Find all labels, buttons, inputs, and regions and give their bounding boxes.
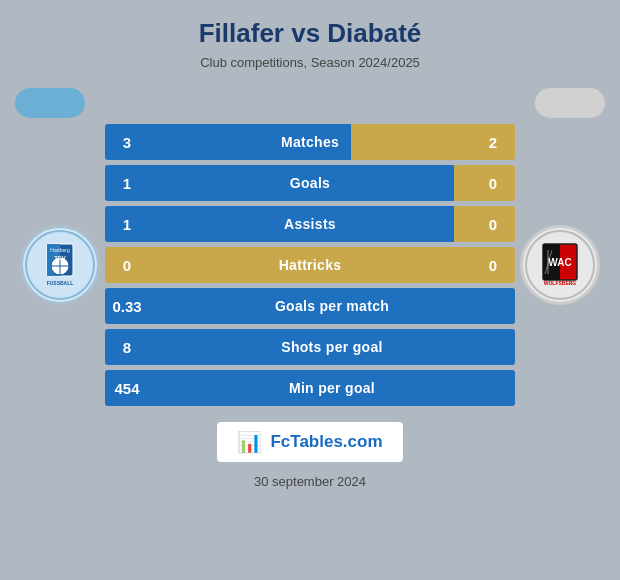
assists-left-val: 1 [105,216,149,233]
left-pill [15,88,85,118]
goals-left-val: 1 [105,175,149,192]
left-team-logo: TSV Hartberg FUSSBALL [15,225,105,305]
stat-row-min-per-goal: 454 Min per goal [105,370,515,406]
stats-container: 3 Matches 2 1 Goals 0 1 Assists 0 0 Hatt… [105,124,515,406]
svg-text:Hartberg: Hartberg [50,247,70,253]
shots-per-goal-label: Shots per goal [149,339,515,355]
goals-per-match-val: 0.33 [105,298,149,315]
fctables-banner: 📊 FcTables.com [217,422,402,462]
hattricks-left-val: 0 [105,257,149,274]
right-pill [535,88,605,118]
assists-right-val: 0 [471,216,515,233]
hattricks-right-val: 0 [471,257,515,274]
page-title: Fillafer vs Diabaté [199,18,422,49]
matches-right-val: 2 [471,134,515,151]
hattricks-label: Hattricks [149,257,471,273]
assists-label: Assists [149,216,471,232]
subtitle: Club competitions, Season 2024/2025 [200,55,420,70]
min-per-goal-val: 454 [105,380,149,397]
fctables-text: FcTables.com [270,432,382,452]
stat-row-goals-per-match: 0.33 Goals per match [105,288,515,324]
svg-text:WAC: WAC [548,257,571,268]
matches-left-val: 3 [105,134,149,151]
svg-text:WOLFSBERG: WOLFSBERG [544,280,577,286]
fctables-icon: 📊 [237,430,262,454]
stat-row-goals: 1 Goals 0 [105,165,515,201]
stat-row-assists: 1 Assists 0 [105,206,515,242]
goals-label: Goals [149,175,471,191]
date: 30 september 2024 [254,474,366,489]
goals-right-val: 0 [471,175,515,192]
stat-row-shots-per-goal: 8 Shots per goal [105,329,515,365]
right-team-logo: WAC WOLFSBERG [515,225,605,305]
matches-label: Matches [149,134,471,150]
svg-text:TSV: TSV [54,255,66,261]
min-per-goal-label: Min per goal [149,380,515,396]
stat-row-matches: 3 Matches 2 [105,124,515,160]
stat-row-hattricks: 0 Hattricks 0 [105,247,515,283]
svg-text:FUSSBALL: FUSSBALL [47,280,74,286]
shots-per-goal-val: 8 [105,339,149,356]
goals-per-match-label: Goals per match [149,298,515,314]
